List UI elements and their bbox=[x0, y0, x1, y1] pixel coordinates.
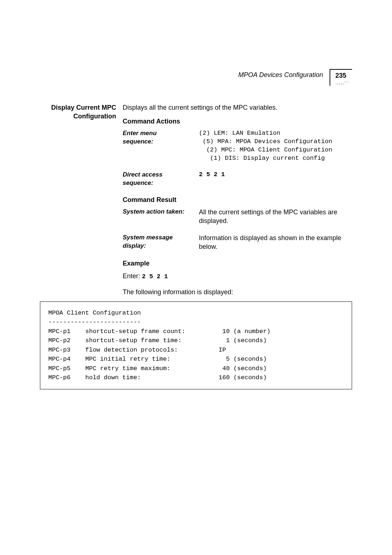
example-output-box: MPOA Client Configuration --------------… bbox=[40, 301, 352, 389]
intro-text: Displays all the current settings of the… bbox=[123, 103, 352, 112]
decor-dots: ········ bbox=[335, 80, 351, 85]
example-enter-prefix: Enter: bbox=[123, 272, 142, 280]
enter-menu-value: (2) LEM: LAN Emulation (5) MPA: MPOA Dev… bbox=[199, 129, 352, 163]
enter-menu-label: Enter menu sequence: bbox=[123, 129, 188, 146]
example-title: Example bbox=[123, 259, 352, 268]
command-actions-title: Command Actions bbox=[123, 117, 352, 126]
content-column: Displays all the current settings of the… bbox=[123, 103, 352, 296]
direct-access-label: Direct access sequence: bbox=[123, 171, 188, 187]
enter-menu-row: Enter menu sequence: (2) LEM: LAN Emulat… bbox=[123, 129, 352, 163]
page-number-box: 235 ········ bbox=[330, 69, 352, 86]
system-message-row: System message display: Information is d… bbox=[123, 234, 352, 251]
system-message-text: Information is displayed as shown in the… bbox=[199, 234, 352, 251]
system-action-row: System action taken: All the current set… bbox=[123, 208, 352, 226]
system-action-text: All the current settings of the MPC vari… bbox=[199, 208, 352, 226]
side-heading: Display Current MPC Configuration bbox=[40, 103, 116, 296]
command-result-title: Command Result bbox=[123, 195, 352, 204]
page-number: 235 bbox=[335, 72, 351, 80]
system-message-label: System message display: bbox=[123, 234, 188, 250]
example-enter-line: Enter: 2 5 2 1 bbox=[123, 272, 352, 281]
page-header: MPOA Devices Configuration 235 ········ bbox=[40, 69, 352, 86]
example-enter-value: 2 5 2 1 bbox=[142, 273, 168, 280]
direct-access-row: Direct access sequence: 2 5 2 1 bbox=[123, 171, 352, 187]
header-section-title: MPOA Devices Configuration bbox=[238, 69, 323, 79]
direct-access-value: 2 5 2 1 bbox=[199, 171, 352, 179]
example-following: The following information is displayed: bbox=[123, 288, 352, 296]
system-action-label: System action taken: bbox=[123, 208, 188, 216]
